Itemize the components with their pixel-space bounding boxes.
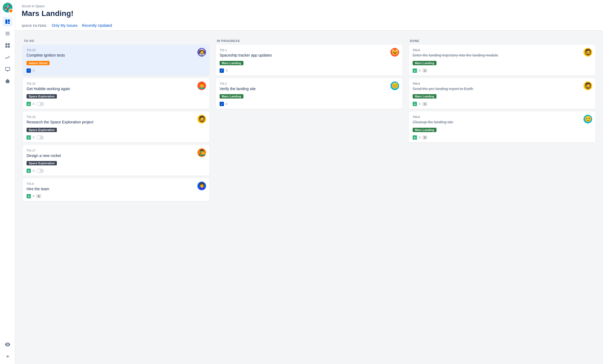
svg-rect-8 — [5, 46, 7, 48]
card[interactable]: TIS-4Send the pre-landing report to Eart… — [409, 78, 595, 109]
card-id: TIS-16 — [27, 115, 206, 119]
filter-recently-updated[interactable]: Recently Updated — [82, 21, 112, 30]
column-header-inprogress: IN PROGRESS — [215, 36, 403, 45]
avatar: 🧔 — [197, 115, 206, 123]
card-id: TIS-4 — [413, 82, 592, 85]
card-tag: Mars Landing — [220, 61, 243, 65]
toggle[interactable] — [36, 135, 44, 140]
card-title: Enter the landing trajectory into the la… — [413, 53, 592, 58]
count-badge: 1 — [422, 102, 427, 106]
card-footer: ✓= — [27, 68, 206, 73]
svg-rect-9 — [8, 46, 10, 48]
card[interactable]: TIS-6Hire the team👩‍🦱▲=5 — [23, 178, 209, 201]
card[interactable]: TIS-2Verify the landing site😊Mars Landin… — [216, 78, 402, 109]
card-footer: ▲=1 — [413, 68, 592, 73]
card-tag: Mars Landing — [220, 94, 243, 99]
list-nav-icon[interactable] — [3, 29, 12, 38]
plugin-nav-icon[interactable] — [3, 76, 12, 86]
card[interactable]: TIS-17Design a new rocket👨‍🎤Space Explor… — [23, 145, 209, 176]
card-id: TIS-10 — [27, 48, 206, 52]
avatar: 🧔 — [584, 81, 592, 90]
card-id: TIS-2 — [220, 82, 399, 85]
card-tag: Mars Landing — [413, 128, 436, 132]
card-id: TIS-6 — [27, 182, 206, 185]
page-title: Mars Landing! — [22, 9, 597, 18]
priority-icon: = — [32, 194, 35, 198]
svg-rect-10 — [5, 67, 10, 70]
sidebar: 🚀 — [0, 0, 15, 364]
cards-todo: TIS-10Complete ignition tests🧑‍🚀Saturn S… — [22, 45, 210, 203]
board-nav-icon[interactable] — [3, 17, 12, 27]
card-tag: Mars Landing — [413, 61, 436, 65]
count-badge: 2 — [422, 136, 427, 139]
priority-icon: = — [32, 135, 35, 140]
card-footer: ▲= — [27, 135, 206, 140]
grid-nav-icon[interactable] — [3, 41, 12, 50]
cards-done: TIS-3Enter the landing trajectory into t… — [408, 45, 597, 145]
svg-rect-3 — [5, 32, 10, 32]
priority-icon: = — [419, 68, 421, 73]
column-header-done: DONE — [408, 36, 597, 45]
card-tag: Space Exploration — [27, 161, 57, 165]
card-footer: ✓= — [220, 102, 399, 106]
card-footer: ▲= — [27, 169, 206, 173]
settings-nav-icon[interactable] — [3, 340, 12, 349]
card-footer: ✓= — [220, 68, 399, 73]
card-footer: ▲= — [27, 102, 206, 106]
card-title: Hire the team — [27, 186, 206, 192]
sidebar-bottom — [3, 340, 12, 361]
checkbox-icon[interactable]: ✓ — [27, 68, 31, 73]
avatar: 👨‍🦰 — [197, 81, 206, 90]
card-title: Complete ignition tests — [27, 53, 206, 58]
card[interactable]: TIS-3Enter the landing trajectory into t… — [409, 45, 595, 76]
card-footer: ▲=1 — [413, 102, 592, 106]
avatar: 👨‍🎤 — [197, 148, 206, 157]
card[interactable]: TIS-6Cleanup the landing site😊Mars Landi… — [409, 112, 595, 142]
svg-rect-0 — [5, 19, 7, 24]
card[interactable]: TIS-16Research the Space Exploration pro… — [23, 112, 209, 142]
count-badge: 5 — [36, 194, 41, 198]
card[interactable]: TIS-1Spaceship tracker app updates😺Mars … — [216, 45, 402, 76]
svg-rect-4 — [5, 33, 10, 34]
main-content: Scrum in Space Mars Landing! QUICK FILTE… — [15, 0, 603, 364]
column-header-todo: TO DO — [22, 36, 210, 45]
card-footer: ▲=2 — [413, 135, 592, 140]
priority-icon: = — [226, 68, 228, 73]
filter-only-my-issues[interactable]: Only My Issues — [52, 21, 78, 30]
checkbox-icon[interactable]: ✓ — [220, 68, 224, 73]
card-title: Spaceship tracker app updates — [220, 53, 399, 58]
priority-icon: = — [419, 102, 421, 106]
toggle[interactable] — [36, 102, 44, 106]
checkbox-icon[interactable]: ✓ — [220, 102, 224, 106]
app-logo[interactable]: 🚀 — [3, 3, 12, 12]
svg-rect-7 — [8, 43, 10, 45]
card-tag: Mars Landing — [413, 94, 436, 99]
story-icon: ▲ — [27, 102, 31, 106]
card-title: Get Hubble working again — [27, 86, 206, 92]
kanban-board: TO DOTIS-10Complete ignition tests🧑‍🚀Sat… — [15, 31, 603, 364]
card[interactable]: TIS-10Complete ignition tests🧑‍🚀Saturn S… — [23, 45, 209, 76]
chart-nav-icon[interactable] — [3, 53, 12, 62]
story-icon: ▲ — [27, 169, 31, 173]
avatar: 😊 — [390, 81, 399, 90]
count-badge: 1 — [422, 69, 427, 73]
card-title: Cleanup the landing site — [413, 120, 592, 125]
card-title: Send the pre-landing report to Earth — [413, 86, 592, 92]
card-title: Research the Space Exploration project — [27, 120, 206, 125]
expand-nav-icon[interactable] — [3, 352, 12, 361]
svg-rect-1 — [8, 19, 10, 22]
toggle[interactable] — [36, 169, 44, 173]
card-tag: Saturn Shoot — [27, 61, 50, 65]
avatar: 🧔 — [584, 48, 592, 57]
priority-icon: = — [32, 102, 35, 106]
card[interactable]: TIS-15Get Hubble working again👨‍🦰Space E… — [23, 78, 209, 109]
monitor-nav-icon[interactable] — [3, 64, 12, 74]
avatar: 🧑‍🚀 — [197, 48, 206, 57]
avatar: 😺 — [390, 48, 399, 57]
card-id: TIS-6 — [413, 115, 592, 119]
card-footer: ▲=5 — [27, 194, 206, 198]
card-title: Verify the landing site — [220, 86, 399, 92]
story-icon: ▲ — [413, 68, 417, 73]
quick-filters-bar: QUICK FILTERS: Only My Issues Recently U… — [22, 21, 597, 30]
column-todo: TO DOTIS-10Complete ignition tests🧑‍🚀Sat… — [22, 36, 210, 203]
